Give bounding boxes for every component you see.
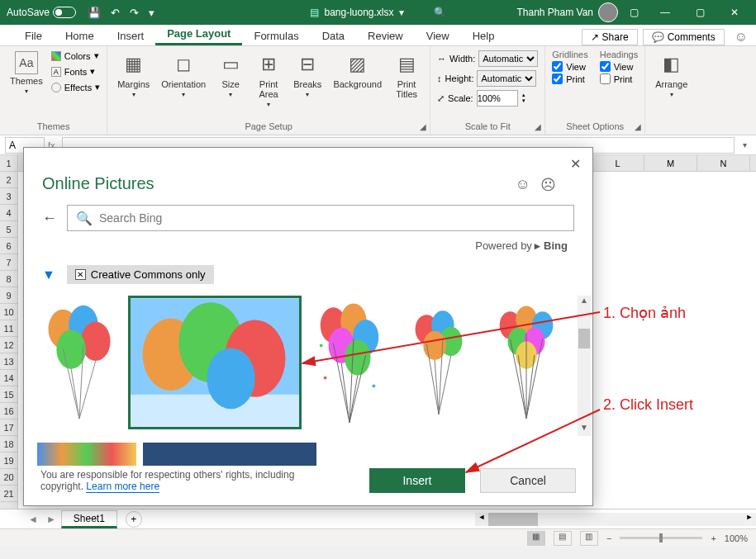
tab-data[interactable]: Data bbox=[311, 26, 356, 45]
row-header[interactable]: 7 bbox=[0, 254, 17, 271]
row-header[interactable]: 11 bbox=[0, 320, 17, 337]
results-scrollbar[interactable]: ▲ ▼ bbox=[578, 296, 591, 436]
scale-up[interactable]: ▲ bbox=[521, 92, 526, 98]
row-header[interactable]: 5 bbox=[0, 221, 17, 238]
minimize-button[interactable]: — bbox=[650, 0, 680, 25]
tab-review[interactable]: Review bbox=[356, 26, 415, 45]
creative-commons-filter[interactable]: ✕ Creative Commons only bbox=[67, 265, 214, 284]
colors-button[interactable]: Colors ▾ bbox=[51, 50, 100, 62]
normal-view-button[interactable]: ▦ bbox=[527, 531, 545, 546]
sheet-nav-prev[interactable]: ◄ bbox=[25, 514, 41, 525]
row-header[interactable]: 12 bbox=[0, 337, 17, 353]
print-titles-button[interactable]: ▤Print Titles bbox=[390, 50, 423, 101]
scroll-down-icon[interactable]: ▼ bbox=[578, 423, 591, 436]
horizontal-scrollbar[interactable]: ◄ ► bbox=[475, 513, 756, 526]
orientation-button[interactable]: ◻Orientation▾ bbox=[158, 50, 209, 100]
zoom-in-button[interactable]: + bbox=[711, 533, 716, 543]
ribbon-display-icon[interactable]: ▢ bbox=[630, 7, 639, 18]
row-header[interactable]: 14 bbox=[0, 370, 17, 386]
row-header[interactable]: 1 bbox=[0, 155, 17, 172]
dialog-launcher-icon[interactable]: ◢ bbox=[420, 122, 426, 131]
dialog-launcher-icon[interactable]: ◢ bbox=[535, 122, 541, 131]
maximize-button[interactable]: ▢ bbox=[685, 0, 715, 25]
avatar[interactable] bbox=[598, 2, 618, 22]
page-break-view-button[interactable]: ▥ bbox=[580, 531, 598, 546]
print-area-button[interactable]: ⊞Print Area▾ bbox=[252, 50, 285, 110]
tab-view[interactable]: View bbox=[415, 26, 461, 45]
frown-feedback-icon[interactable]: ☹ bbox=[540, 176, 556, 194]
height-select[interactable]: Automatic bbox=[477, 70, 536, 87]
gridlines-print-checkbox[interactable]: Print bbox=[552, 73, 587, 84]
expand-formula-icon[interactable]: ▾ bbox=[739, 140, 756, 149]
zoom-level[interactable]: 100% bbox=[725, 533, 748, 543]
headings-print-checkbox[interactable]: Print bbox=[600, 73, 638, 84]
column-header[interactable]: N bbox=[697, 155, 750, 171]
toggle-switch[interactable] bbox=[53, 7, 76, 18]
zoom-slider[interactable] bbox=[620, 537, 702, 539]
sheet-nav-next[interactable]: ► bbox=[43, 514, 59, 525]
scroll-up-icon[interactable]: ▲ bbox=[578, 296, 591, 309]
row-header[interactable]: 16 bbox=[0, 403, 17, 419]
cancel-button[interactable]: Cancel bbox=[480, 468, 576, 493]
arrange-button[interactable]: ◧Arrange▾ bbox=[652, 50, 691, 100]
row-header[interactable]: 10 bbox=[0, 304, 17, 320]
tab-home[interactable]: Home bbox=[54, 26, 106, 45]
background-button[interactable]: ▨Background bbox=[330, 50, 385, 91]
user-name[interactable]: Thanh Pham Van bbox=[516, 7, 593, 18]
close-button[interactable]: ✕ bbox=[720, 0, 749, 25]
gridlines-view-checkbox[interactable]: View bbox=[552, 61, 587, 72]
dialog-close-button[interactable]: ✕ bbox=[570, 156, 581, 172]
zoom-out-button[interactable]: − bbox=[606, 533, 611, 543]
result-thumb-selected[interactable] bbox=[128, 296, 302, 429]
search-box[interactable]: 🔍 bbox=[67, 205, 574, 231]
scroll-thumb[interactable] bbox=[578, 329, 590, 348]
row-header[interactable]: 15 bbox=[0, 386, 17, 403]
result-thumb[interactable] bbox=[37, 296, 121, 428]
row-header[interactable]: 6 bbox=[0, 238, 17, 254]
breaks-button[interactable]: ⊟Breaks▾ bbox=[290, 50, 325, 100]
scroll-right-icon[interactable]: ► bbox=[743, 513, 756, 526]
autosave-toggle[interactable]: AutoSave bbox=[7, 7, 76, 18]
scale-input[interactable] bbox=[477, 90, 518, 107]
column-header[interactable]: M bbox=[644, 155, 697, 171]
row-header[interactable]: 2 bbox=[0, 172, 17, 188]
row-header[interactable]: 18 bbox=[0, 436, 17, 452]
row-header[interactable]: 20 bbox=[0, 469, 17, 486]
result-thumb[interactable] bbox=[487, 296, 569, 428]
undo-icon[interactable]: ↶ bbox=[111, 7, 120, 19]
tab-insert[interactable]: Insert bbox=[106, 26, 156, 45]
row-header[interactable]: 9 bbox=[0, 287, 17, 304]
result-thumb[interactable] bbox=[397, 296, 480, 428]
width-select[interactable]: Automatic bbox=[478, 50, 538, 67]
add-sheet-button[interactable]: + bbox=[126, 511, 142, 528]
themes-button[interactable]: Aa Themes▾ bbox=[7, 50, 46, 97]
sheet-tab[interactable]: Sheet1 bbox=[61, 510, 117, 528]
row-header[interactable]: 21 bbox=[0, 486, 17, 502]
insert-button[interactable]: Insert bbox=[369, 468, 465, 493]
margins-button[interactable]: ▦Margins▾ bbox=[114, 50, 153, 100]
result-thumb[interactable] bbox=[308, 296, 391, 428]
tab-page-layout[interactable]: Page Layout bbox=[155, 24, 242, 45]
row-header[interactable]: 8 bbox=[0, 271, 17, 287]
row-header[interactable]: 13 bbox=[0, 353, 17, 370]
filter-icon[interactable]: ▼ bbox=[42, 268, 55, 282]
size-button[interactable]: ▭Size▾ bbox=[214, 50, 247, 100]
scale-down[interactable]: ▼ bbox=[521, 98, 526, 104]
headings-view-checkbox[interactable]: View bbox=[600, 61, 638, 72]
tab-file[interactable]: File bbox=[13, 26, 54, 45]
smile-feedback-icon[interactable]: ☺ bbox=[516, 176, 530, 194]
row-header[interactable]: 3 bbox=[0, 188, 17, 205]
column-header[interactable]: L bbox=[592, 155, 644, 171]
comments-button[interactable]: 💬Comments bbox=[643, 29, 725, 45]
search-icon[interactable]: 🔍 bbox=[434, 7, 446, 18]
qat-dropdown-icon[interactable]: ▾ bbox=[149, 7, 155, 19]
back-button[interactable]: ← bbox=[42, 210, 57, 227]
dialog-launcher-icon[interactable]: ◢ bbox=[635, 122, 641, 131]
filename-dropdown-icon[interactable]: ▾ bbox=[399, 7, 404, 18]
page-layout-view-button[interactable]: ▤ bbox=[554, 531, 572, 546]
effects-button[interactable]: Effects ▾ bbox=[51, 81, 100, 93]
smiley-icon[interactable]: ☺ bbox=[735, 30, 748, 45]
fonts-button[interactable]: AFonts ▾ bbox=[51, 65, 100, 78]
tab-formulas[interactable]: Formulas bbox=[242, 26, 310, 45]
row-header[interactable]: 19 bbox=[0, 452, 17, 469]
